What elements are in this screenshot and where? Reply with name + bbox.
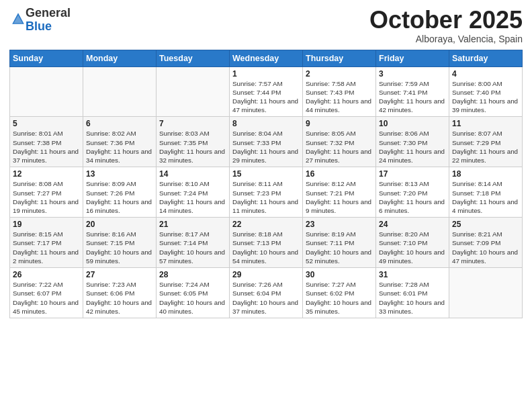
calendar-cell: 27Sunrise: 7:23 AM Sunset: 6:06 PM Dayli…: [83, 268, 157, 318]
day-info: Sunrise: 8:12 AM Sunset: 7:21 PM Dayligh…: [306, 179, 373, 215]
day-number: 15: [232, 169, 300, 179]
calendar-week-row: 26Sunrise: 7:22 AM Sunset: 6:07 PM Dayli…: [10, 268, 523, 318]
day-number: 27: [86, 270, 153, 279]
calendar-cell: 9Sunrise: 8:05 AM Sunset: 7:32 PM Daylig…: [303, 117, 376, 167]
day-number: 12: [13, 169, 80, 179]
title-block: October 2025 Alboraya, Valencia, Spain: [369, 7, 523, 44]
weekday-header: Wednesday: [230, 50, 303, 66]
day-number: 10: [379, 119, 446, 128]
day-info: Sunrise: 8:21 AM Sunset: 7:09 PM Dayligh…: [452, 230, 519, 265]
day-number: 31: [379, 270, 446, 279]
day-number: 16: [306, 169, 373, 179]
month-title: October 2025: [369, 7, 523, 34]
day-info: Sunrise: 8:11 AM Sunset: 7:23 PM Dayligh…: [232, 179, 300, 215]
calendar-week-row: 1Sunrise: 7:57 AM Sunset: 7:44 PM Daylig…: [10, 66, 523, 117]
day-info: Sunrise: 8:20 AM Sunset: 7:10 PM Dayligh…: [379, 230, 446, 265]
day-number: 29: [232, 270, 300, 279]
calendar-cell: 10Sunrise: 8:06 AM Sunset: 7:30 PM Dayli…: [376, 117, 449, 167]
calendar-cell: 26Sunrise: 7:22 AM Sunset: 6:07 PM Dayli…: [10, 268, 83, 318]
calendar-cell: 11Sunrise: 8:07 AM Sunset: 7:29 PM Dayli…: [449, 117, 523, 167]
calendar-cell: [449, 268, 523, 318]
calendar-cell: 3Sunrise: 7:59 AM Sunset: 7:41 PM Daylig…: [376, 66, 449, 117]
day-number: 9: [306, 119, 373, 128]
day-number: 24: [379, 220, 446, 229]
calendar-cell: 17Sunrise: 8:13 AM Sunset: 7:20 PM Dayli…: [376, 167, 449, 218]
weekday-header: Friday: [376, 50, 449, 66]
day-info: Sunrise: 8:00 AM Sunset: 7:40 PM Dayligh…: [452, 79, 519, 115]
day-info: Sunrise: 7:26 AM Sunset: 6:04 PM Dayligh…: [232, 280, 300, 316]
calendar: SundayMondayTuesdayWednesdayThursdayFrid…: [9, 50, 523, 318]
logo-blue: Blue: [26, 19, 52, 33]
day-number: 14: [159, 169, 226, 179]
day-info: Sunrise: 7:22 AM Sunset: 6:07 PM Dayligh…: [13, 280, 80, 316]
day-number: 13: [86, 169, 153, 179]
calendar-cell: 5Sunrise: 8:01 AM Sunset: 7:38 PM Daylig…: [10, 117, 83, 167]
weekday-header: Monday: [83, 50, 157, 66]
location: Alboraya, Valencia, Spain: [369, 34, 523, 44]
day-number: 25: [452, 220, 519, 229]
day-info: Sunrise: 8:13 AM Sunset: 7:20 PM Dayligh…: [379, 179, 446, 215]
day-number: 28: [159, 270, 226, 279]
calendar-cell: [10, 66, 83, 117]
calendar-cell: 18Sunrise: 8:14 AM Sunset: 7:18 PM Dayli…: [449, 167, 523, 218]
day-info: Sunrise: 8:14 AM Sunset: 7:18 PM Dayligh…: [452, 179, 519, 215]
calendar-cell: 22Sunrise: 8:18 AM Sunset: 7:13 PM Dayli…: [230, 218, 303, 268]
day-number: 18: [452, 169, 519, 179]
day-number: 4: [452, 69, 519, 79]
calendar-cell: 19Sunrise: 8:15 AM Sunset: 7:17 PM Dayli…: [10, 218, 83, 268]
day-number: 7: [159, 119, 226, 128]
day-number: 26: [13, 270, 80, 279]
weekday-header: Thursday: [303, 50, 376, 66]
day-number: 8: [232, 119, 300, 128]
day-info: Sunrise: 8:16 AM Sunset: 7:15 PM Dayligh…: [86, 230, 153, 265]
calendar-cell: 13Sunrise: 8:09 AM Sunset: 7:26 PM Dayli…: [83, 167, 157, 218]
calendar-cell: 25Sunrise: 8:21 AM Sunset: 7:09 PM Dayli…: [449, 218, 523, 268]
header: General Blue October 2025 Alboraya, Vale…: [9, 7, 523, 44]
day-info: Sunrise: 8:15 AM Sunset: 7:17 PM Dayligh…: [13, 230, 80, 265]
day-info: Sunrise: 8:02 AM Sunset: 7:36 PM Dayligh…: [86, 129, 153, 165]
day-info: Sunrise: 7:24 AM Sunset: 6:05 PM Dayligh…: [159, 280, 226, 316]
day-number: 23: [306, 220, 373, 229]
day-number: 2: [306, 69, 373, 79]
day-info: Sunrise: 7:28 AM Sunset: 6:01 PM Dayligh…: [379, 280, 446, 316]
calendar-cell: [83, 66, 157, 117]
day-info: Sunrise: 8:08 AM Sunset: 7:27 PM Dayligh…: [13, 179, 80, 215]
calendar-cell: [157, 66, 230, 117]
calendar-week-row: 12Sunrise: 8:08 AM Sunset: 7:27 PM Dayli…: [10, 167, 523, 218]
calendar-cell: 31Sunrise: 7:28 AM Sunset: 6:01 PM Dayli…: [376, 268, 449, 318]
day-number: 6: [86, 119, 153, 128]
page: General Blue October 2025 Alboraya, Vale…: [0, 0, 532, 411]
calendar-week-row: 5Sunrise: 8:01 AM Sunset: 7:38 PM Daylig…: [10, 117, 523, 167]
day-number: 19: [13, 220, 80, 229]
day-info: Sunrise: 8:05 AM Sunset: 7:32 PM Dayligh…: [306, 129, 373, 165]
calendar-cell: 24Sunrise: 8:20 AM Sunset: 7:10 PM Dayli…: [376, 218, 449, 268]
calendar-cell: 30Sunrise: 7:27 AM Sunset: 6:02 PM Dayli…: [303, 268, 376, 318]
calendar-cell: 6Sunrise: 8:02 AM Sunset: 7:36 PM Daylig…: [83, 117, 157, 167]
day-info: Sunrise: 8:19 AM Sunset: 7:11 PM Dayligh…: [306, 230, 373, 265]
day-info: Sunrise: 8:04 AM Sunset: 7:33 PM Dayligh…: [232, 129, 300, 165]
day-info: Sunrise: 8:09 AM Sunset: 7:26 PM Dayligh…: [86, 179, 153, 215]
day-number: 17: [379, 169, 446, 179]
calendar-cell: 14Sunrise: 8:10 AM Sunset: 7:24 PM Dayli…: [157, 167, 230, 218]
calendar-cell: 29Sunrise: 7:26 AM Sunset: 6:04 PM Dayli…: [230, 268, 303, 318]
day-info: Sunrise: 8:10 AM Sunset: 7:24 PM Dayligh…: [159, 179, 226, 215]
logo-general: General: [26, 6, 71, 19]
calendar-cell: 2Sunrise: 7:58 AM Sunset: 7:43 PM Daylig…: [303, 66, 376, 117]
day-info: Sunrise: 7:58 AM Sunset: 7:43 PM Dayligh…: [306, 79, 373, 115]
calendar-cell: 1Sunrise: 7:57 AM Sunset: 7:44 PM Daylig…: [230, 66, 303, 117]
day-info: Sunrise: 8:07 AM Sunset: 7:29 PM Dayligh…: [452, 129, 519, 165]
weekday-header: Sunday: [10, 50, 83, 66]
weekday-header-row: SundayMondayTuesdayWednesdayThursdayFrid…: [10, 50, 523, 66]
weekday-header: Tuesday: [157, 50, 230, 66]
day-info: Sunrise: 8:03 AM Sunset: 7:35 PM Dayligh…: [159, 129, 226, 165]
day-info: Sunrise: 7:27 AM Sunset: 6:02 PM Dayligh…: [306, 280, 373, 316]
logo-text: General Blue: [26, 7, 71, 34]
calendar-cell: 4Sunrise: 8:00 AM Sunset: 7:40 PM Daylig…: [449, 66, 523, 117]
calendar-cell: 8Sunrise: 8:04 AM Sunset: 7:33 PM Daylig…: [230, 117, 303, 167]
day-info: Sunrise: 7:59 AM Sunset: 7:41 PM Dayligh…: [379, 79, 446, 115]
day-info: Sunrise: 8:01 AM Sunset: 7:38 PM Dayligh…: [13, 129, 80, 165]
calendar-cell: 16Sunrise: 8:12 AM Sunset: 7:21 PM Dayli…: [303, 167, 376, 218]
calendar-cell: 28Sunrise: 7:24 AM Sunset: 6:05 PM Dayli…: [157, 268, 230, 318]
weekday-header: Saturday: [449, 50, 523, 66]
day-number: 3: [379, 69, 446, 79]
